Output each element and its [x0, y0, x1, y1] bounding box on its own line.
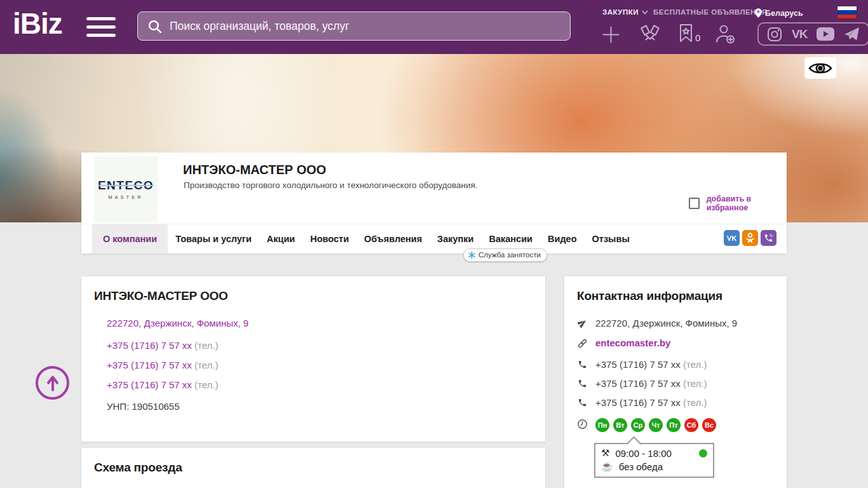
search-input[interactable]: [170, 20, 561, 33]
tab-ads[interactable]: Объявления: [356, 224, 430, 254]
phone-row: +375 (1716) 7 57 xx (тел.): [107, 360, 532, 370]
favorite-label: добавить в избранное: [707, 194, 787, 212]
phone-link[interactable]: +375 (1716) 7 57 xx: [595, 378, 681, 389]
working-hours: 09:00 - 18:00: [615, 448, 671, 459]
add-to-favorites[interactable]: добавить в избранное: [689, 194, 787, 212]
bookmark-star-icon: [679, 24, 693, 43]
company-tabs: О компании Товары и услуги Акции Новости…: [81, 224, 787, 254]
lunch-row: ☕ без обеда: [601, 461, 707, 472]
schedule-tooltip: ⚒ 09:00 - 18:00 ☕ без обеда: [594, 443, 714, 478]
nav-free-ads[interactable]: БЕСПЛАТНЫЕ ОБЪЯВЛЕНИЯ: [653, 8, 767, 16]
tab-products[interactable]: Товары и услуги: [168, 224, 259, 254]
working-days-row: Пн Вт Ср Чт Пт Сб Вс: [577, 418, 774, 432]
link-icon: [577, 337, 588, 349]
arrow-up-icon: [44, 374, 61, 392]
lunch-info: без обеда: [619, 461, 663, 472]
day-badge-sat[interactable]: Сб: [684, 418, 698, 432]
coffee-icon: ☕: [601, 461, 613, 472]
ok-icon[interactable]: [742, 230, 758, 246]
favorite-checkbox[interactable]: [689, 198, 700, 209]
page: { "header": { "logo": "iBiz", "search": …: [0, 0, 868, 488]
phone-row: +375 (1716) 7 57 xx (тел.): [107, 340, 532, 351]
day-badge-mon[interactable]: Пн: [595, 418, 609, 432]
day-badge-thu[interactable]: Чт: [649, 418, 663, 432]
tab-video[interactable]: Видео: [540, 224, 585, 254]
accessibility-version-button[interactable]: [804, 57, 836, 79]
partners-button[interactable]: [638, 23, 662, 46]
company-logo-text: ENTECO: [98, 179, 154, 193]
company-social-buttons: VK: [724, 230, 776, 246]
contact-card-title: Контактная информация: [577, 289, 774, 303]
info-card-title: ИНТЭКО-МАСТЕР ООО: [94, 289, 532, 303]
handshake-icon: [638, 23, 662, 46]
phone-icon: [577, 378, 588, 388]
chevron-down-icon: [642, 10, 648, 15]
clock-icon: [577, 419, 588, 432]
phone-icon: [577, 359, 588, 369]
site-logo[interactable]: iBiz: [13, 6, 62, 41]
phone-link[interactable]: +375 (1716) 7 57 xx: [595, 397, 681, 408]
day-badge-tue[interactable]: Вт: [613, 418, 627, 432]
tab-news[interactable]: Новости: [302, 224, 356, 254]
company-unp: УНП: 190510655: [107, 401, 532, 412]
company-logo-subtext: MASTER: [108, 194, 143, 200]
asterisk-icon: [468, 252, 475, 259]
viber-icon[interactable]: [761, 230, 776, 246]
profile-button[interactable]: [714, 24, 736, 44]
map-card-title: Схема проезда: [94, 461, 532, 475]
contact-address-row: 222720, Дзержинск, Фоминых, 9: [577, 318, 774, 329]
vk-icon[interactable]: VK: [792, 27, 807, 41]
contact-info-card: Контактная информация 222720, Дзержинск,…: [564, 276, 787, 488]
eye-icon: [808, 60, 832, 76]
company-logo: ENTECO MASTER: [94, 156, 158, 222]
map-card: Схема проезда: [81, 448, 545, 488]
phone-link[interactable]: +375 (1716) 7 57 xx: [107, 379, 192, 390]
employment-service-tooltip: Служба занятости: [463, 248, 547, 262]
add-company-button[interactable]: [602, 25, 620, 44]
telegram-icon[interactable]: [844, 27, 860, 41]
phone-link[interactable]: +375 (1716) 7 57 xx: [595, 359, 681, 370]
youtube-icon[interactable]: [817, 27, 834, 41]
tools-icon: ⚒: [601, 447, 609, 459]
day-badge-sun[interactable]: Вс: [702, 418, 716, 432]
tab-about[interactable]: О компании: [92, 224, 168, 254]
phone-icon: [577, 397, 588, 407]
contact-address: 222720, Дзержинск, Фоминых, 9: [595, 318, 737, 329]
header: iBiz ЗАКУПКИ БЕСПЛАТНЫЕ ОБЪЯВЛЕНИЯ Белар…: [0, 0, 868, 54]
nav-region[interactable]: Беларусь: [755, 8, 803, 18]
phone-link[interactable]: +375 (1716) 7 57 xx: [107, 340, 192, 351]
nav-purchases[interactable]: ЗАКУПКИ: [602, 8, 648, 16]
open-status-dot: [699, 449, 707, 458]
contact-phone-row: +375 (1716) 7 57 xx (тел.): [577, 359, 774, 370]
employment-service-label: Служба занятости: [478, 251, 541, 259]
bookmarks-button[interactable]: 0: [679, 24, 700, 43]
company-name: ИНТЭКО-МАСТЕР ООО: [183, 163, 326, 177]
vk-icon[interactable]: VK: [724, 230, 740, 246]
tab-promotions[interactable]: Акции: [259, 224, 302, 254]
contact-phone-row: +375 (1716) 7 57 xx (тел.): [577, 397, 774, 408]
phone-row: +375 (1716) 7 57 xx (тел.): [107, 379, 532, 390]
social-links-box: VK: [757, 22, 868, 46]
bookmark-count: 0: [695, 32, 700, 43]
contact-phone-row: +375 (1716) 7 57 xx (тел.): [577, 378, 774, 389]
user-add-icon: [714, 24, 736, 44]
menu-icon[interactable]: [86, 17, 116, 37]
company-description: Производство торгового холодильного и те…: [184, 180, 478, 190]
language-flag-russian[interactable]: [837, 6, 857, 18]
search-bar: [137, 11, 571, 41]
working-hours-row: ⚒ 09:00 - 18:00: [601, 447, 707, 459]
company-address-link[interactable]: 222720, Дзержинск, Фоминых, 9: [107, 318, 248, 329]
day-badge-wed[interactable]: Ср: [631, 418, 645, 432]
tab-reviews[interactable]: Отзывы: [585, 224, 637, 254]
company-info-card: ИНТЭКО-МАСТЕР ООО 222720, Дзержинск, Фом…: [81, 276, 545, 442]
phone-link[interactable]: +375 (1716) 7 57 xx: [107, 360, 192, 370]
contact-website-row: entecomaster.by: [577, 337, 774, 349]
company-header-card: ENTECO MASTER ИНТЭКО-МАСТЕР ООО Производ…: [81, 152, 787, 254]
day-badge-fri[interactable]: Пт: [667, 418, 681, 432]
search-icon: [147, 18, 163, 34]
plus-icon: [602, 25, 620, 44]
instagram-icon[interactable]: [767, 27, 782, 42]
nav-arrow-icon: [577, 318, 588, 328]
scroll-top-button[interactable]: [36, 366, 69, 400]
website-link[interactable]: entecomaster.by: [595, 337, 670, 348]
